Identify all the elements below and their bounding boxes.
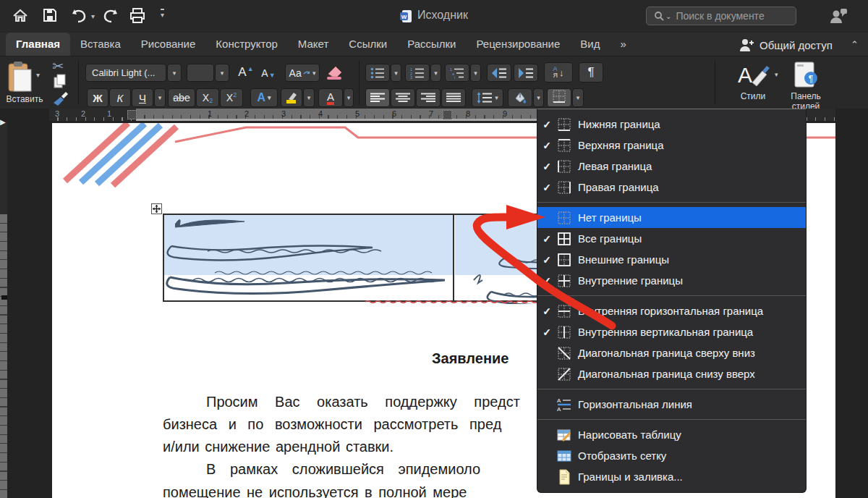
numbered-list-icon[interactable]: 123: [405, 64, 430, 82]
bold-button[interactable]: Ж: [87, 88, 109, 107]
grow-font-button[interactable]: A▲: [234, 62, 258, 82]
tab-5[interactable]: Макет: [288, 33, 339, 56]
table-move-handle[interactable]: [151, 203, 162, 214]
show-marks-button[interactable]: ¶: [579, 62, 603, 83]
print-icon[interactable]: [129, 7, 146, 25]
menu-item-border-inside[interactable]: ✓Внутренние границы: [537, 270, 806, 291]
ruler-corner-icon[interactable]: ▶: [0, 118, 6, 126]
ribbon: ▾ Вставить ✂ Calibri Light (... ▾ ▾ A▲ A…: [0, 56, 868, 109]
text-effects-button[interactable]: А▾: [250, 88, 278, 107]
multilevel-list-icon[interactable]: 1ai: [445, 64, 469, 82]
menu-item-border-top[interactable]: ✓Верхняя граница: [537, 135, 806, 156]
paste-button[interactable]: Вставить: [0, 94, 49, 104]
share-button[interactable]: Общий доступ: [760, 39, 833, 51]
change-case-button[interactable]: Аа▾: [285, 64, 320, 82]
justify-button[interactable]: [441, 88, 466, 107]
shading-dropdown-icon[interactable]: ▾: [533, 88, 544, 107]
decrease-indent-icon[interactable]: [487, 64, 511, 82]
tab-3[interactable]: Рисование: [131, 33, 206, 56]
doc-line-1[interactable]: Просим Вас оказать поддержку предст: [206, 394, 520, 410]
menu-item-border-inside-h[interactable]: ✓Внутренняя горизонтальная граница: [537, 300, 806, 321]
menu-item-border-outside[interactable]: ✓Внешние границы: [537, 249, 806, 270]
paste-icon[interactable]: [7, 61, 33, 97]
styles-button[interactable]: A ▾ Стили: [731, 61, 775, 101]
shading-bucket-icon[interactable]: [508, 88, 532, 107]
search-input[interactable]: ⌄ Поиск в документе: [646, 7, 796, 25]
font-color-dropdown-icon[interactable]: ▾: [344, 88, 354, 107]
doc-line-3[interactable]: и/или снижение арендной ставки.: [163, 439, 393, 455]
ruler-table-marker[interactable]: [127, 110, 137, 119]
menu-item-borders-shading[interactable]: Границы и заливка...: [537, 466, 806, 487]
undo-icon[interactable]: [69, 7, 88, 25]
underline-button[interactable]: Ч: [132, 88, 153, 107]
menu-item-border-diag-up[interactable]: Диагональная граница снизу вверх: [537, 363, 806, 384]
menu-item-border-all[interactable]: ✓Все границы: [537, 228, 806, 249]
search-scope-dropdown-icon[interactable]: ⌄: [665, 12, 671, 20]
save-icon[interactable]: [42, 7, 58, 23]
menu-item-border-none[interactable]: Нет границы: [537, 207, 806, 228]
vertical-ruler[interactable]: [0, 122, 7, 498]
tab-7[interactable]: Рассылки: [397, 33, 466, 56]
font-color-button[interactable]: А: [318, 88, 343, 107]
vruler-table-marker[interactable]: [1, 295, 7, 300]
borders-button[interactable]: [547, 88, 571, 107]
doc-line-4[interactable]: В рамках сложившейся эпидемиоло: [206, 461, 480, 478]
sort-button[interactable]: АЯ ↓: [544, 62, 573, 83]
numbered-list-dropdown-icon[interactable]: ▾: [430, 64, 441, 82]
font-size-select[interactable]: [187, 64, 214, 82]
align-center-button[interactable]: [391, 88, 415, 107]
shrink-font-button[interactable]: A▼: [258, 64, 279, 82]
borders-dropdown-icon[interactable]: ▾: [572, 88, 584, 107]
superscript-button[interactable]: X2: [220, 88, 243, 107]
highlight-dropdown-icon[interactable]: ▾: [303, 88, 315, 107]
toolbar-customize-icon[interactable]: ▾: [161, 9, 164, 19]
font-name-select[interactable]: Calibri Light (...: [85, 64, 166, 82]
doc-line-5[interactable]: помещение не используется в полной мере: [163, 484, 467, 498]
ruler-table-marker[interactable]: [443, 110, 452, 119]
menu-item-border-left[interactable]: ✓Левая граница: [537, 156, 806, 177]
menu-item-view-gridlines[interactable]: Отобразить сетку: [537, 445, 806, 466]
subscript-button[interactable]: X2: [196, 88, 219, 107]
font-size-dropdown-icon[interactable]: ▾: [215, 64, 229, 82]
tab-4[interactable]: Конструктор: [205, 33, 288, 56]
menu-item-border-right[interactable]: ✓Правая граница: [537, 177, 806, 198]
italic-button[interactable]: К: [109, 88, 131, 107]
undo-dropdown-icon[interactable]: ▾: [91, 12, 95, 20]
align-left-button[interactable]: [365, 88, 390, 107]
tab-8[interactable]: Рецензирование: [466, 33, 570, 56]
clear-formatting-icon[interactable]: [326, 62, 346, 84]
doc-line-2[interactable]: бизнеса и по возможности рассмотреть пре…: [163, 416, 501, 433]
multilevel-list-dropdown-icon[interactable]: ▾: [470, 64, 481, 82]
redo-icon[interactable]: [101, 7, 120, 25]
paste-dropdown-icon[interactable]: ▾: [36, 71, 40, 79]
highlight-button[interactable]: [281, 88, 302, 107]
menu-item-border-diag-down[interactable]: Диагональная граница сверху вниз: [537, 342, 806, 363]
menu-item-horizontal-line[interactable]: AAГоризонтальная линия: [537, 394, 806, 415]
home-icon[interactable]: [12, 7, 29, 25]
tab-1[interactable]: Главная: [6, 33, 70, 56]
strikethrough-button[interactable]: abe: [168, 88, 195, 107]
menu-item-border-bottom[interactable]: ✓Нижняя граница: [537, 114, 806, 135]
menu-item-draw-table[interactable]: Нарисовать таблицу: [537, 424, 806, 445]
tab-6[interactable]: Ссылки: [339, 33, 397, 56]
cut-icon[interactable]: ✂: [52, 58, 64, 75]
bullet-list-icon[interactable]: [365, 64, 390, 82]
copy-icon[interactable]: [54, 74, 67, 91]
tab-9[interactable]: Вид: [570, 33, 610, 56]
collapse-ribbon-icon[interactable]: ⌃: [851, 39, 859, 50]
svg-text:i: i: [454, 75, 455, 79]
line-spacing-button[interactable]: ▾: [472, 88, 503, 107]
menu-item-label: Нет границы: [578, 211, 642, 224]
align-right-button[interactable]: [416, 88, 441, 107]
menu-item-border-inside-v[interactable]: ✓Внутренняя вертикальная граница: [537, 321, 806, 342]
format-painter-icon[interactable]: [52, 91, 68, 109]
share-comments-icon[interactable]: [829, 7, 848, 28]
font-name-dropdown-icon[interactable]: ▾: [167, 64, 182, 82]
tab-2[interactable]: Вставка: [70, 33, 131, 56]
underline-dropdown-icon[interactable]: ▾: [154, 88, 166, 107]
bullet-list-dropdown-icon[interactable]: ▾: [391, 64, 401, 82]
tab-10[interactable]: »: [610, 33, 636, 56]
styles-pane-button[interactable]: ¶ Панель стилей: [783, 61, 829, 111]
share-person-icon[interactable]: [739, 38, 755, 55]
increase-indent-icon[interactable]: [514, 64, 538, 82]
